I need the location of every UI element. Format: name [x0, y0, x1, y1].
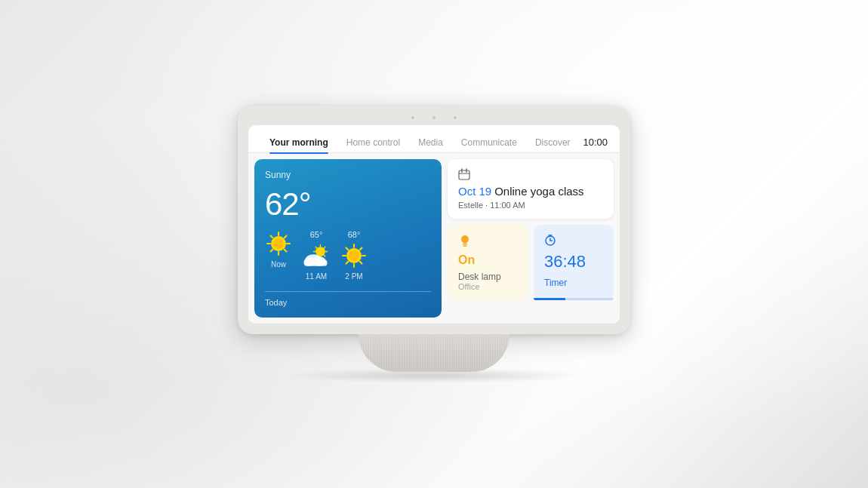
forecast-2pm-temp: 68°	[348, 230, 361, 239]
calendar-date: Oct 19	[458, 185, 491, 198]
svg-point-1	[273, 238, 284, 249]
weather-main-temperature: 62°	[265, 186, 431, 223]
svg-line-29	[360, 261, 362, 263]
bulb-icon	[458, 234, 472, 247]
timer-label: Timer	[544, 278, 603, 288]
lamp-location: Office	[458, 282, 517, 291]
timer-card[interactable]: 36:48 Timer	[534, 225, 614, 300]
sensor-dot-3	[454, 116, 457, 119]
svg-line-6	[271, 235, 273, 238]
calendar-icon-row	[458, 168, 603, 180]
sensor-dot-2	[432, 116, 436, 119]
svg-rect-21	[304, 259, 328, 265]
svg-line-28	[346, 247, 349, 250]
svg-line-9	[271, 249, 273, 251]
timer-time: 36:48	[544, 252, 603, 272]
content-area: Sunny 62°	[248, 153, 620, 324]
forecast-11am: 65°	[301, 230, 331, 281]
tab-media[interactable]: Media	[409, 133, 452, 152]
device-screen: Your morning Home control Media Communic…	[248, 125, 620, 324]
calendar-title-row: Oct 19 Online yoga class	[458, 185, 603, 198]
speaker-fabric	[359, 334, 509, 372]
svg-point-23	[349, 250, 359, 261]
svg-rect-37	[463, 245, 467, 246]
lamp-status: On	[458, 253, 517, 267]
svg-line-15	[315, 247, 317, 248]
forecast-11am-temp: 65°	[310, 230, 323, 239]
timer-icon	[544, 234, 556, 246]
lamp-name: Desk lamp	[458, 272, 517, 282]
weather-condition: Sunny	[265, 170, 431, 180]
sun-icon-now	[265, 230, 292, 257]
calendar-event-name: Online yoga class	[494, 185, 583, 198]
calendar-icon	[458, 168, 470, 180]
svg-line-8	[285, 235, 287, 238]
timer-progress-bar	[534, 298, 614, 300]
svg-line-16	[324, 255, 325, 256]
speaker-base	[359, 334, 509, 372]
svg-line-7	[285, 249, 287, 251]
tab-discover[interactable]: Discover	[526, 133, 580, 152]
current-time: 10:00	[583, 137, 608, 148]
sun-icon-2pm	[340, 242, 368, 269]
right-column: Oct 19 Online yoga class Estelle · 11:00…	[448, 159, 614, 318]
bottom-row: On Desk lamp Office	[448, 225, 614, 300]
calendar-card[interactable]: Oct 19 Online yoga class Estelle · 11:00…	[448, 159, 614, 219]
svg-line-17	[324, 247, 325, 248]
forecast-now-label: Now	[271, 260, 286, 269]
svg-line-30	[360, 247, 362, 250]
tab-communicate[interactable]: Communicate	[452, 133, 526, 152]
forecast-2pm-label: 2 PM	[345, 272, 362, 281]
sensor-dot-1	[411, 116, 414, 119]
tab-your-morning[interactable]: Your morning	[260, 133, 337, 152]
svg-rect-36	[463, 244, 467, 245]
svg-rect-32	[459, 170, 469, 180]
weather-today-label: Today	[265, 298, 431, 307]
svg-line-31	[346, 261, 349, 263]
forecast-now: Now	[265, 230, 292, 269]
cloud-sun-icon	[301, 242, 331, 269]
weather-card[interactable]: Sunny 62°	[254, 159, 442, 318]
weather-forecasts: Now 65°	[265, 230, 431, 281]
device-body: Your morning Home control Media Communic…	[238, 106, 630, 334]
forecast-11am-label: 11 AM	[306, 272, 327, 281]
google-nest-hub-device: Your morning Home control Media Communic…	[238, 106, 630, 383]
forecast-2pm: 68°	[340, 230, 368, 281]
tab-home-control[interactable]: Home control	[337, 133, 409, 152]
weather-divider	[265, 291, 431, 292]
nav-bar: Your morning Home control Media Communic…	[248, 125, 620, 152]
lamp-card[interactable]: On Desk lamp Office	[448, 225, 528, 300]
timer-progress-fill	[534, 298, 565, 300]
device-top-sensors	[248, 116, 620, 119]
calendar-subtitle: Estelle · 11:00 AM	[458, 201, 603, 210]
